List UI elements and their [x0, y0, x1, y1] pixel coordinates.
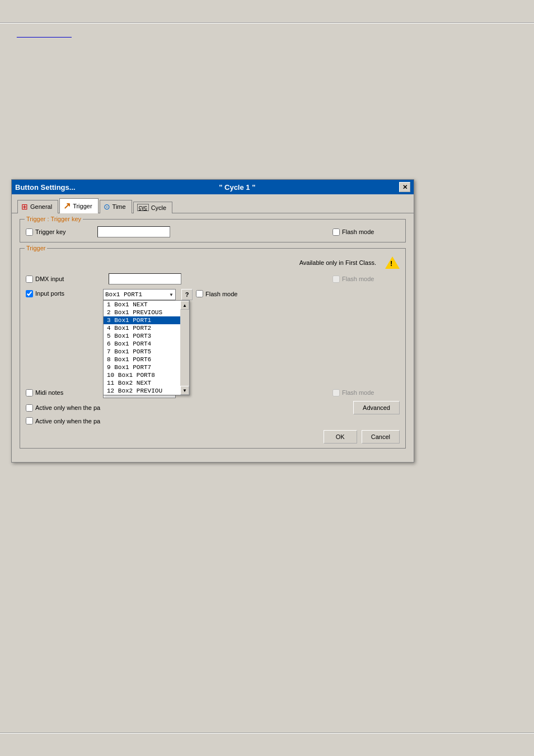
bottom-divider [0, 732, 534, 734]
dmx-flash-checkbox[interactable] [332, 276, 340, 283]
dialog-title-center: " Cycle 1 " [76, 183, 399, 192]
trigger-key-group-label: Trigger : Trigger key [25, 216, 83, 222]
buttons-row: OK Cancel [26, 430, 400, 444]
dropdown-item-3[interactable]: 3 Box1 PORT1 [104, 316, 189, 324]
cancel-button[interactable]: Cancel [362, 430, 400, 444]
dropdown-item-1[interactable]: 1 Box1 NEXT [104, 301, 189, 309]
dropdown-item-11[interactable]: 11 Box2 NEXT [104, 379, 189, 387]
input-ports-checkbox[interactable] [26, 290, 33, 297]
close-button[interactable]: ✕ [399, 182, 410, 192]
active1-checkbox[interactable] [26, 404, 33, 412]
ports-flash-checkbox[interactable] [196, 290, 203, 297]
dropdown-item-4[interactable]: 4 Box1 PORT2 [104, 324, 189, 332]
tab-time[interactable]: ⊙ Time [100, 200, 132, 213]
midi-checkbox-label[interactable]: Midi notes [26, 389, 93, 396]
title-bar: Button Settings... " Cycle 1 " ✕ [12, 180, 414, 194]
midi-label-text: Midi notes [35, 389, 63, 396]
trigger-key-label-text: Trigger key [35, 228, 66, 235]
dropdown-item-10[interactable]: 10 Box1 PORT8 [104, 371, 189, 379]
trigger-key-flash-checkbox[interactable] [332, 228, 340, 236]
midi-flash-checkbox[interactable] [332, 389, 340, 396]
scroll-down-button[interactable]: ▼ [180, 386, 189, 395]
ports-dropdown-value: Box1 PORT1 [105, 291, 142, 298]
trigger-key-checkbox-label[interactable]: Trigger key [26, 228, 93, 236]
active-row-1: Active only when the pa Advanced [26, 401, 400, 414]
ports-dropdown-container[interactable]: Box1 PORT1 ▼ 1 Box1 NEXT 2 Box1 PREVIOUS… [103, 289, 176, 300]
ports-flash-text: Flash mode [205, 291, 237, 297]
scroll-track [180, 310, 189, 386]
trigger-key-checkbox[interactable] [26, 228, 33, 236]
midi-flash-label[interactable]: Flash mode [332, 389, 400, 396]
trigger-key-row: Trigger key Flash mode [26, 226, 400, 237]
cycle-icon: cyc [137, 204, 149, 211]
trigger-group: Trigger Available only in First Class. D… [20, 248, 406, 449]
tab-trigger[interactable]: ↗ Trigger [59, 198, 98, 213]
active2-checkbox-label[interactable]: Active only when the pa [26, 417, 100, 424]
dropdown-item-6[interactable]: 6 Box1 PORT4 [104, 340, 189, 348]
dmx-checkbox-label[interactable]: DMX input [26, 276, 93, 283]
time-icon: ⊙ [104, 202, 110, 211]
question-button[interactable]: ? [181, 289, 193, 300]
dropdown-scrollbar[interactable]: ▲ ▼ [180, 301, 189, 395]
dmx-checkbox[interactable] [26, 276, 33, 283]
dmx-input[interactable] [109, 273, 181, 284]
trigger-key-flash-label[interactable]: Flash mode [332, 228, 400, 236]
advanced-button[interactable]: Advanced [353, 401, 400, 414]
top-link[interactable]: ________________ [17, 31, 72, 38]
top-divider [0, 22, 534, 24]
tab-trigger-label: Trigger [73, 203, 92, 209]
active-row-2: Active only when the pa [26, 417, 400, 424]
tab-time-label: Time [113, 203, 126, 210]
general-icon: ⊞ [21, 202, 28, 211]
dialog-title-left: Button Settings... [15, 183, 76, 192]
tab-bar: ⊞ General ↗ Trigger ⊙ Time cyc Cycle [12, 194, 414, 213]
tab-general-label: General [30, 203, 52, 210]
warning-triangle [385, 256, 400, 269]
input-ports-checkbox-label[interactable]: Input ports [26, 289, 93, 297]
tab-cycle[interactable]: cyc Cycle [133, 202, 173, 213]
ports-dropdown-list[interactable]: 1 Box1 NEXT 2 Box1 PREVIOUS 3 Box1 PORT1… [103, 300, 190, 395]
ports-dropdown-selected[interactable]: Box1 PORT1 ▼ [103, 289, 176, 300]
active2-checkbox[interactable] [26, 417, 33, 424]
tab-general[interactable]: ⊞ General [17, 200, 58, 213]
warning-icon [385, 255, 400, 270]
available-row: Available only in First Class. [26, 255, 400, 270]
active1-checkbox-label[interactable]: Active only when the pa [26, 404, 100, 412]
dropdown-item-9[interactable]: 9 Box1 PORT7 [104, 363, 189, 371]
trigger-icon: ↗ [63, 200, 71, 211]
trigger-group-label: Trigger [25, 245, 47, 251]
trigger-key-flash-text: Flash mode [342, 228, 374, 235]
tab-cycle-label: Cycle [151, 204, 167, 211]
input-ports-label-text: Input ports [35, 290, 64, 297]
active1-text: Active only when the pa [35, 404, 100, 411]
midi-flash-text: Flash mode [342, 389, 374, 396]
dmx-flash-label[interactable]: Flash mode [332, 276, 400, 283]
available-text: Available only in First Class. [26, 259, 382, 266]
dropdown-item-2[interactable]: 2 Box1 PREVIOUS [104, 309, 189, 316]
scroll-up-button[interactable]: ▲ [180, 301, 189, 310]
dropdown-item-5[interactable]: 5 Box1 PORT3 [104, 332, 189, 340]
dropdown-item-7[interactable]: 7 Box1 PORT5 [104, 348, 189, 356]
active2-text: Active only when the pa [35, 418, 100, 424]
dmx-flash-text: Flash mode [342, 276, 374, 282]
midi-row: Midi notes ▼ Flash mode [26, 387, 400, 398]
ok-button[interactable]: OK [324, 430, 357, 444]
dropdown-item-8[interactable]: 8 Box1 PORT6 [104, 356, 189, 363]
dmx-label-text: DMX input [35, 276, 64, 282]
ports-flash-label[interactable]: Flash mode [196, 289, 263, 297]
dialog-window: Button Settings... " Cycle 1 " ✕ ⊞ Gener… [11, 179, 414, 463]
input-ports-row: Input ports Box1 PORT1 ▼ 1 Box1 NEXT 2 B… [26, 289, 400, 300]
trigger-key-group: Trigger : Trigger key Trigger key Flash … [20, 219, 406, 242]
dmx-row: DMX input Flash mode [26, 273, 400, 284]
dropdown-item-12[interactable]: 12 Box2 PREVIOU [104, 387, 189, 395]
trigger-key-input[interactable] [97, 226, 170, 237]
midi-checkbox[interactable] [26, 389, 33, 396]
dialog-content: Trigger : Trigger key Trigger key Flash … [12, 213, 414, 462]
dropdown-arrow-icon: ▼ [169, 292, 174, 297]
